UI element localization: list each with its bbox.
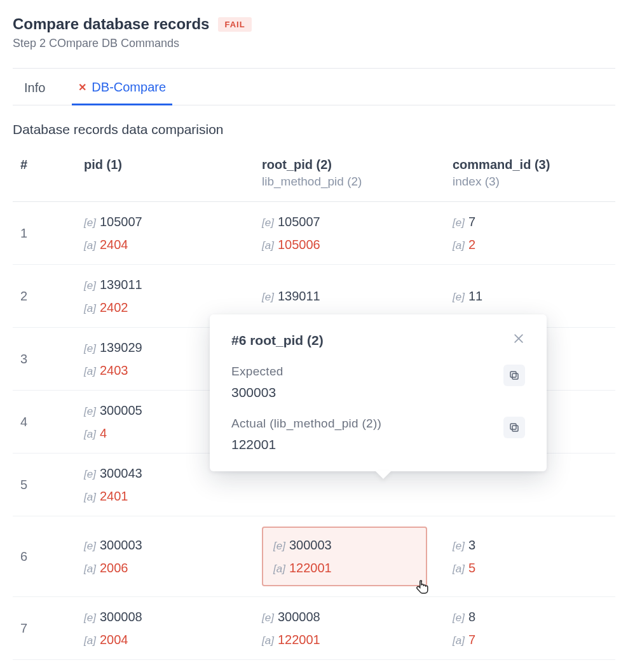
col-subheader-root-pid: lib_method_pid (2) (262, 175, 437, 189)
copy-expected-button[interactable] (503, 365, 525, 386)
expected-value: 139011 (278, 289, 320, 303)
col-header-command-id: command_id (3) (453, 158, 608, 172)
actual-tag: [a] (453, 635, 465, 647)
expected-tag: [e] (262, 612, 274, 624)
expected-value: 7 (468, 215, 475, 229)
copy-actual-button[interactable] (503, 417, 525, 438)
expected-value: 139029 (100, 340, 142, 354)
actual-value: 2006 (100, 561, 128, 575)
row-number: 5 (13, 454, 76, 516)
expected-tag: [e] (453, 291, 465, 303)
actual-value: 122001 (278, 633, 320, 647)
popover-close-button[interactable] (512, 332, 525, 348)
svg-rect-2 (512, 373, 518, 379)
actual-tag: [a] (84, 563, 96, 575)
expected-value: 300008 (278, 610, 320, 624)
expected-value: 300043 (100, 466, 142, 480)
status-badge-fail: FAIL (218, 17, 251, 32)
expected-tag: [e] (262, 291, 274, 303)
actual-value: 2401 (100, 489, 128, 503)
row-number: 6 (13, 516, 76, 597)
col-header-root-pid: root_pid (2) (262, 158, 437, 172)
cell-pid[interactable]: [e]300008[a]2004 (76, 597, 254, 660)
svg-rect-4 (512, 426, 518, 431)
expected-tag: [e] (453, 540, 465, 552)
section-title: Database records data comparision (13, 122, 615, 137)
expected-value: 8 (468, 610, 475, 624)
tab-info-label: Info (24, 81, 45, 95)
actual-tag: [a] (262, 239, 274, 252)
copy-icon (509, 422, 520, 433)
cell-command-id[interactable]: [e]7[a]2 (445, 202, 615, 265)
popover-actual-value: 122001 (231, 437, 381, 452)
actual-tag: [a] (453, 239, 465, 252)
cell-detail-popover: #6 root_pid (2) Expected 300003 Actual (… (210, 314, 547, 471)
expected-tag: [e] (84, 612, 96, 624)
popover-expected-value: 300003 (231, 385, 283, 400)
page-title: Compare database records (13, 15, 209, 33)
expected-tag: [e] (84, 405, 96, 417)
expected-tag: [e] (84, 342, 96, 354)
tab-db-compare-label: DB-Compare (92, 80, 166, 95)
expected-value: 105007 (100, 215, 142, 229)
actual-tag: [a] (84, 491, 96, 503)
row-number: 7 (13, 597, 76, 660)
actual-tag: [a] (84, 365, 96, 377)
row-number: 2 (13, 265, 76, 328)
expected-value: 11 (468, 289, 482, 303)
row-number: 1 (13, 202, 76, 265)
actual-value: 2402 (100, 300, 128, 314)
cell-command-id[interactable]: [e]3[a]5 (445, 516, 615, 597)
cell-pid[interactable]: [e]300003[a]2006 (76, 516, 254, 597)
actual-tag: [a] (84, 302, 96, 314)
expected-value: 300003 (289, 538, 332, 552)
close-icon (512, 332, 525, 345)
cell-command-id[interactable]: [e]8[a]7 (445, 597, 615, 660)
expected-value: 300005 (100, 403, 142, 417)
col-header-number: # (20, 158, 69, 172)
actual-value: 105006 (278, 238, 320, 252)
expected-tag: [e] (273, 540, 285, 552)
page-subtitle: Step 2 COmpare DB Commands (13, 37, 615, 50)
svg-rect-5 (510, 424, 516, 429)
actual-value: 2004 (100, 633, 128, 647)
actual-value: 4 (100, 426, 107, 440)
expected-tag: [e] (453, 612, 465, 624)
popover-title: #6 root_pid (2) (231, 333, 324, 348)
highlighted-cell[interactable]: [e]300003[a]122001 (262, 527, 427, 586)
actual-value: 2403 (100, 363, 128, 377)
actual-value: 5 (468, 561, 475, 575)
expected-tag: [e] (262, 217, 274, 229)
expected-value: 105007 (278, 215, 320, 229)
expected-tag: [e] (84, 279, 96, 292)
expected-value: 3 (468, 538, 475, 552)
cell-root-pid[interactable]: [e]105007[a]105006 (254, 202, 445, 265)
cell-pid[interactable]: [e]105007[a]2404 (76, 202, 254, 265)
actual-tag: [a] (273, 563, 285, 575)
popover-actual-label: Actual (lib_method_pid (2)) (231, 417, 381, 431)
expected-tag: [e] (84, 540, 96, 552)
expected-value: 139011 (100, 278, 142, 292)
tab-info[interactable]: Info (18, 69, 51, 105)
actual-tag: [a] (262, 635, 274, 647)
pointer-cursor-icon (416, 579, 430, 599)
actual-value: 122001 (289, 561, 332, 575)
actual-value: 2404 (100, 238, 128, 252)
expected-tag: [e] (453, 217, 465, 229)
table-row: 1[e]105007[a]2404[e]105007[a]105006[e]7[… (13, 202, 615, 265)
actual-tag: [a] (84, 239, 96, 252)
actual-value: 7 (468, 633, 475, 647)
svg-rect-3 (510, 372, 516, 377)
table-row: 6[e]300003[a]2006[e]300003[a]122001[e]3[… (13, 516, 615, 597)
cell-root-pid[interactable]: [e]300008[a]122001 (254, 597, 445, 660)
cell-root-pid[interactable]: [e]300003[a]122001 (254, 516, 445, 597)
popover-expected-label: Expected (231, 365, 283, 379)
col-subheader-command-id: index (3) (453, 175, 608, 189)
expected-value: 300003 (100, 538, 142, 552)
tab-db-compare[interactable]: ✕ DB-Compare (72, 69, 172, 105)
copy-icon (509, 370, 520, 381)
col-header-pid: pid (1) (84, 158, 247, 172)
actual-tag: [a] (84, 428, 96, 440)
expected-tag: [e] (84, 217, 96, 229)
actual-tag: [a] (84, 635, 96, 647)
